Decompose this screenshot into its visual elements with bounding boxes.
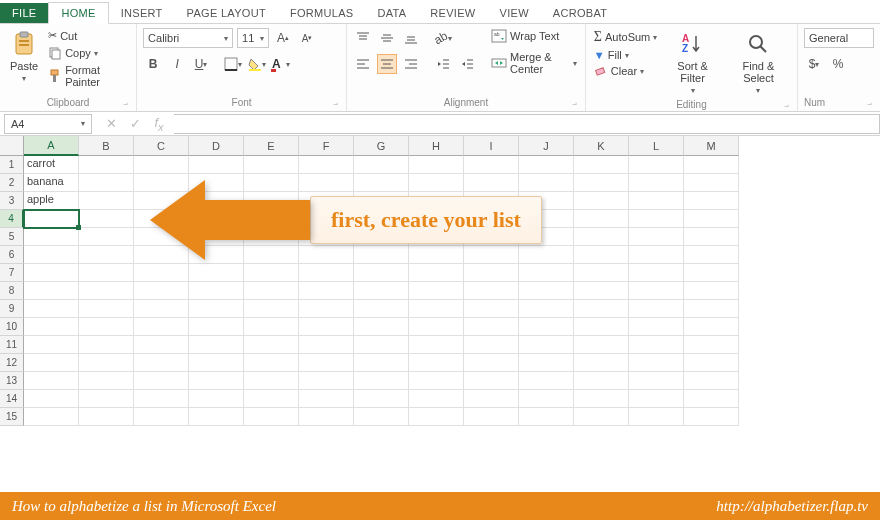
cell[interactable] xyxy=(574,282,629,300)
align-left-button[interactable] xyxy=(353,54,373,74)
cell[interactable] xyxy=(299,354,354,372)
fill-color-button[interactable]: ▾ xyxy=(247,54,267,74)
cell[interactable] xyxy=(574,318,629,336)
cell[interactable] xyxy=(79,390,134,408)
cell[interactable] xyxy=(354,156,409,174)
cell[interactable] xyxy=(629,246,684,264)
cell[interactable] xyxy=(244,300,299,318)
cell[interactable] xyxy=(24,408,79,426)
cell[interactable] xyxy=(354,408,409,426)
cell[interactable] xyxy=(574,354,629,372)
cell[interactable] xyxy=(299,192,354,210)
border-button[interactable]: ▾ xyxy=(223,54,243,74)
increase-indent-button[interactable] xyxy=(457,54,477,74)
find-select-button[interactable]: Find & Select ▾ xyxy=(726,28,791,97)
cell[interactable] xyxy=(134,228,189,246)
row-header[interactable]: 1 xyxy=(0,156,24,174)
cell[interactable] xyxy=(684,174,739,192)
cell[interactable] xyxy=(464,210,519,228)
autosum-button[interactable]: ΣAutoSum▾ xyxy=(592,28,659,46)
cell[interactable] xyxy=(24,318,79,336)
formula-input[interactable] xyxy=(174,114,880,134)
cell[interactable] xyxy=(134,300,189,318)
cell[interactable] xyxy=(464,264,519,282)
cell[interactable] xyxy=(354,174,409,192)
cell[interactable] xyxy=(629,318,684,336)
cell[interactable] xyxy=(134,408,189,426)
cell[interactable] xyxy=(464,282,519,300)
tab-page-layout[interactable]: PAGE LAYOUT xyxy=(175,3,278,23)
format-painter-button[interactable]: Format Painter xyxy=(46,63,130,89)
cell[interactable] xyxy=(299,336,354,354)
cell[interactable] xyxy=(574,228,629,246)
column-header[interactable]: H xyxy=(409,136,464,156)
cell[interactable] xyxy=(189,336,244,354)
tab-review[interactable]: REVIEW xyxy=(418,3,487,23)
cell[interactable] xyxy=(574,174,629,192)
cell[interactable] xyxy=(79,174,134,192)
cell[interactable] xyxy=(519,264,574,282)
align-top-button[interactable] xyxy=(353,28,373,48)
cell[interactable] xyxy=(244,192,299,210)
cell[interactable] xyxy=(299,372,354,390)
cell[interactable] xyxy=(79,300,134,318)
row-header[interactable]: 2 xyxy=(0,174,24,192)
cell[interactable] xyxy=(354,246,409,264)
cell[interactable] xyxy=(684,192,739,210)
cell[interactable] xyxy=(354,228,409,246)
font-name-combo[interactable]: Calibri▾ xyxy=(143,28,233,48)
column-header[interactable]: F xyxy=(299,136,354,156)
name-box[interactable]: A4 ▾ xyxy=(4,114,92,134)
cell[interactable] xyxy=(24,354,79,372)
sort-filter-button[interactable]: AZ Sort & Filter ▾ xyxy=(663,28,722,97)
cell[interactable] xyxy=(409,408,464,426)
select-all-corner[interactable] xyxy=(0,136,24,156)
cell[interactable] xyxy=(189,372,244,390)
cell[interactable] xyxy=(629,354,684,372)
cell[interactable] xyxy=(684,228,739,246)
cell[interactable] xyxy=(299,174,354,192)
cell[interactable] xyxy=(409,354,464,372)
cut-button[interactable]: ✂ Cut xyxy=(46,28,130,43)
cell[interactable] xyxy=(629,174,684,192)
cell[interactable] xyxy=(244,246,299,264)
cell[interactable] xyxy=(299,264,354,282)
cell[interactable] xyxy=(134,282,189,300)
cell[interactable] xyxy=(189,192,244,210)
cell[interactable] xyxy=(79,408,134,426)
cell[interactable]: apple xyxy=(24,192,79,210)
row-header[interactable]: 13 xyxy=(0,372,24,390)
cell[interactable] xyxy=(464,336,519,354)
decrease-indent-button[interactable] xyxy=(433,54,453,74)
cell[interactable] xyxy=(24,372,79,390)
bold-button[interactable]: B xyxy=(143,54,163,74)
cell[interactable] xyxy=(409,210,464,228)
merge-center-button[interactable]: Merge & Center ▾ xyxy=(489,50,579,76)
cell[interactable] xyxy=(574,192,629,210)
cell[interactable] xyxy=(299,246,354,264)
cell[interactable] xyxy=(354,210,409,228)
cell[interactable] xyxy=(79,228,134,246)
column-header[interactable]: K xyxy=(574,136,629,156)
cell[interactable] xyxy=(409,300,464,318)
cell[interactable] xyxy=(189,246,244,264)
cell[interactable] xyxy=(134,318,189,336)
cell[interactable] xyxy=(464,174,519,192)
cell[interactable] xyxy=(684,246,739,264)
cell[interactable] xyxy=(244,156,299,174)
tab-acrobat[interactable]: ACROBAT xyxy=(541,3,619,23)
cell[interactable] xyxy=(79,264,134,282)
column-header[interactable]: I xyxy=(464,136,519,156)
cell[interactable] xyxy=(629,372,684,390)
column-header[interactable]: J xyxy=(519,136,574,156)
currency-button[interactable]: $▾ xyxy=(804,54,824,74)
align-center-button[interactable] xyxy=(377,54,397,74)
cell[interactable] xyxy=(684,390,739,408)
cell[interactable] xyxy=(464,228,519,246)
cell[interactable] xyxy=(684,318,739,336)
row-header[interactable]: 8 xyxy=(0,282,24,300)
cell[interactable] xyxy=(244,408,299,426)
column-header[interactable]: M xyxy=(684,136,739,156)
cell[interactable] xyxy=(684,408,739,426)
cell[interactable] xyxy=(574,372,629,390)
